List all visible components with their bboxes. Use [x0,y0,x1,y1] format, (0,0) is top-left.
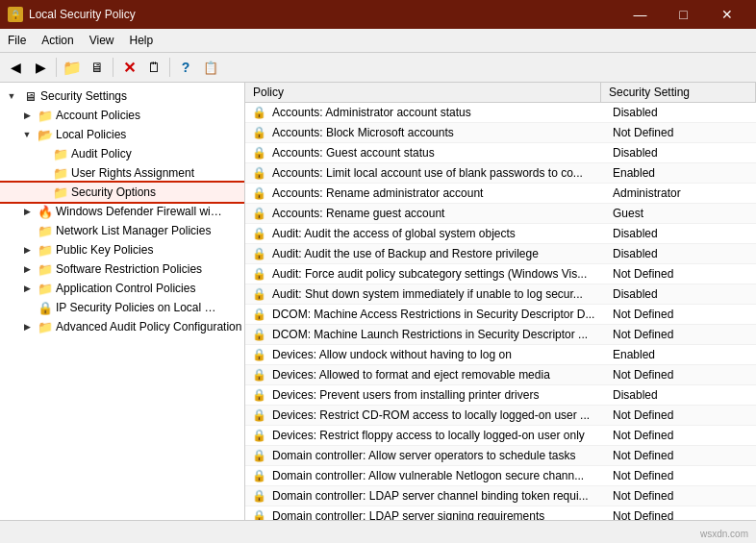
folder-icon-audit-policy: 📁 [53,146,68,161]
row-policy-icon: 🔒 [249,103,268,122]
expand-local-policies[interactable]: ▼ [19,127,35,142]
forward-button[interactable]: ▶ [29,56,52,79]
maximize-button[interactable]: □ [662,0,705,29]
list-row[interactable]: 🔒Devices: Allowed to format and eject re… [245,365,756,385]
row-policy-icon: 🔒 [249,284,268,304]
row-policy-icon: 🔒 [249,163,268,183]
row-policy-text: Audit: Audit the access of global system… [268,224,605,243]
row-setting-text: Not Defined [605,406,756,425]
row-policy-icon: 🔒 [249,224,268,243]
toolbar-sep-1 [56,58,57,77]
list-row[interactable]: 🔒Devices: Allow undock without having to… [245,345,756,365]
col-header-policy[interactable]: Policy [245,83,601,102]
close-button[interactable]: ✕ [705,0,748,29]
list-row[interactable]: 🔒Devices: Restrict CD-ROM access to loca… [245,406,756,426]
menu-view[interactable]: View [82,31,122,50]
title-bar-left: 🔒 Local Security Policy [8,7,136,22]
row-setting-text: Not Defined [605,305,756,324]
expand-account-policies[interactable]: ▶ [19,108,35,123]
list-row[interactable]: 🔒Domain controller: Allow vulnerable Net… [245,466,756,486]
tree-item-user-rights[interactable]: ▶ 📁 User Rights Assignment [0,163,244,183]
row-setting-text: Not Defined [605,365,756,384]
list-row[interactable]: 🔒Audit: Audit the use of Backup and Rest… [245,244,756,264]
menu-file[interactable]: File [0,31,34,50]
row-policy-text: Accounts: Block Microsoft accounts [268,123,605,142]
row-setting-text: Disabled [605,284,756,304]
folder-icon-security-settings: 🖥 [22,88,38,104]
row-setting-text: Administrator [605,184,756,203]
properties-button[interactable]: 🗒 [142,56,165,79]
row-setting-text: Disabled [605,244,756,263]
tree-label-network-list: Network List Manager Policies [56,224,211,237]
row-setting-text: Not Defined [605,506,756,520]
list-body: 🔒Accounts: Administrator account statusD… [245,103,756,520]
tree-item-account-policies[interactable]: ▶ 📁 Account Policies [0,106,244,125]
tree-item-security-options[interactable]: ▶ 📁 Security Options [0,183,244,202]
row-policy-text: Accounts: Guest account status [268,143,605,162]
expand-advanced-audit[interactable]: ▶ [19,319,35,334]
col-header-setting[interactable]: Security Setting [601,83,756,102]
back-button[interactable]: ◀ [4,56,27,79]
expand-public-key[interactable]: ▶ [19,242,35,258]
tree-label-software-restriction: Software Restriction Policies [56,262,202,276]
row-policy-icon: 🔒 [249,143,268,162]
list-row[interactable]: 🔒Accounts: Guest account statusDisabled [245,143,756,163]
expand-app-control[interactable]: ▶ [19,281,35,296]
tree-label-local-policies: Local Policies [56,128,126,141]
list-row[interactable]: 🔒Domain controller: LDAP server signing … [245,506,756,520]
minimize-button[interactable]: — [618,0,662,29]
expand-windows-defender[interactable]: ▶ [19,204,35,219]
list-row[interactable]: 🔒Accounts: Rename guest accountGuest [245,204,756,224]
row-policy-icon: 🔒 [249,486,268,506]
row-policy-text: Accounts: Rename guest account [268,204,605,223]
list-row[interactable]: 🔒DCOM: Machine Launch Restrictions in Se… [245,325,756,345]
help-button[interactable]: ? [174,56,197,79]
tree-item-audit-policy[interactable]: ▶ 📁 Audit Policy [0,144,244,163]
row-policy-text: Accounts: Rename administrator account [268,184,605,203]
row-policy-text: Devices: Allow undock without having to … [268,345,605,364]
list-row[interactable]: 🔒Devices: Prevent users from installing … [245,385,756,406]
row-setting-text: Enabled [605,163,756,183]
list-row[interactable]: 🔒Audit: Force audit policy subcategory s… [245,264,756,284]
row-policy-text: Accounts: Administrator account status [268,103,605,122]
list-row[interactable]: 🔒Domain controller: Allow server operato… [245,446,756,466]
tree-item-software-restriction[interactable]: ▶ 📁 Software Restriction Policies [0,259,244,279]
tree-item-security-settings[interactable]: ▼ 🖥 Security Settings [0,86,244,106]
list-row[interactable]: 🔒Devices: Restrict floppy access to loca… [245,426,756,446]
tree-item-windows-defender[interactable]: ▶ 🔥 Windows Defender Firewall with Adva.… [0,202,244,221]
delete-button[interactable]: ✕ [117,56,140,79]
folder-button[interactable]: 📁 [61,56,84,79]
expand-software-restriction[interactable]: ▶ [19,261,35,277]
tree-item-public-key[interactable]: ▶ 📁 Public Key Policies [0,240,244,259]
list-row[interactable]: 🔒Audit: Audit the access of global syste… [245,224,756,244]
list-row[interactable]: 🔒Accounts: Administrator account statusD… [245,103,756,123]
row-policy-text: Domain controller: LDAP server channel b… [268,486,605,506]
watermark: wsxdn.com [700,529,748,539]
list-row[interactable]: 🔒Accounts: Block Microsoft accountsNot D… [245,123,756,143]
row-setting-text: Not Defined [605,486,756,506]
menu-help[interactable]: Help [122,31,162,50]
row-setting-text: Not Defined [605,446,756,465]
monitor-button[interactable]: 🖥 [86,56,109,79]
folder-icon-software-restriction: 📁 [38,261,53,277]
tree-item-advanced-audit[interactable]: ▶ 📁 Advanced Audit Policy Configuration [0,317,244,336]
icon-ip-security: 🔒 [38,300,53,315]
list-row[interactable]: 🔒Audit: Shut down system immediately if … [245,284,756,305]
row-policy-icon: 🔒 [249,406,268,425]
row-policy-icon: 🔒 [249,305,268,324]
row-setting-text: Disabled [605,143,756,162]
tree-item-local-policies[interactable]: ▼ 📂 Local Policies [0,125,244,144]
list-row[interactable]: 🔒Domain controller: LDAP server channel … [245,486,756,506]
list-row[interactable]: 🔒DCOM: Machine Access Restrictions in Se… [245,305,756,325]
export-button[interactable]: 📋 [199,56,222,79]
row-setting-text: Disabled [605,385,756,405]
tree-item-app-control[interactable]: ▶ 📁 Application Control Policies [0,279,244,298]
tree-item-network-list[interactable]: ▶ 📁 Network List Manager Policies [0,221,244,240]
row-policy-icon: 🔒 [249,184,268,203]
expand-security-settings[interactable]: ▼ [4,88,19,104]
tree-item-ip-security[interactable]: ▶ 🔒 IP Security Policies on Local Comput… [0,298,244,317]
row-policy-text: Domain controller: Allow vulnerable Netl… [268,466,605,485]
list-row[interactable]: 🔒Accounts: Rename administrator accountA… [245,184,756,204]
list-row[interactable]: 🔒Accounts: Limit local account use of bl… [245,163,756,184]
menu-action[interactable]: Action [34,31,81,50]
